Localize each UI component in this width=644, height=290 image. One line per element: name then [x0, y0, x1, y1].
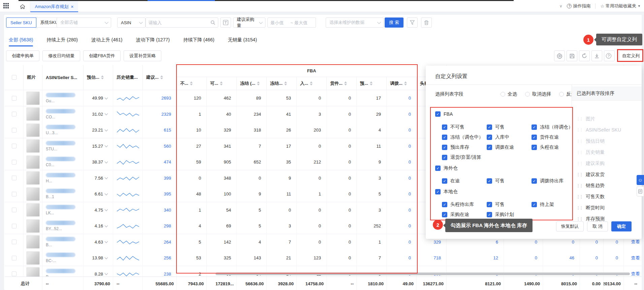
checked-checkbox[interactable]: ✓	[532, 178, 537, 184]
range-max-input[interactable]	[294, 20, 313, 25]
row-estimated-sales-cell[interactable]: 38.37	[84, 154, 113, 170]
row-extra-3[interactable]: 0	[580, 250, 604, 266]
view-tab-5[interactable]: 无销量 (3154)	[228, 32, 257, 48]
favorites-menu[interactable]: ☆ 常用功能收藏夹 ▼	[600, 3, 641, 9]
checked-checkbox[interactable]: ✓	[435, 111, 441, 117]
row-fba-7[interactable]: 0	[387, 250, 417, 266]
range-min-input[interactable]	[270, 20, 289, 25]
field-checkbox-退货/弃置/清算[interactable]: ✓退货/弃置/清算	[442, 154, 481, 160]
row-checkbox[interactable]	[12, 160, 17, 165]
row-estimated-sales-cell[interactable]: 4.16	[84, 218, 113, 234]
drag-handle-icon[interactable]: ⋮⋮	[576, 183, 582, 188]
checked-checkbox[interactable]: ✓	[487, 202, 492, 207]
checked-checkbox[interactable]: ✓	[442, 212, 447, 217]
checked-checkbox[interactable]: ✓	[487, 124, 492, 130]
cancel-button[interactable]: 取 消	[587, 221, 608, 231]
row-estimated-sales-cell[interactable]: 23.21	[84, 122, 113, 138]
row-fba-7[interactable]: 0	[387, 218, 417, 234]
view-tab-1[interactable]: 持续上升 (280)	[46, 32, 78, 48]
checked-checkbox[interactable]: ✓	[442, 178, 447, 184]
view-tab-2[interactable]: 波动上升 (461)	[91, 32, 123, 48]
row-fba-7[interactable]: 0	[387, 186, 417, 202]
field-checkbox-待上架[interactable]: ✓待上架	[532, 202, 554, 208]
checked-checkbox[interactable]: ✓	[442, 135, 447, 140]
row-estimated-sales-cell[interactable]: 15.27	[84, 138, 113, 154]
header-fba-4[interactable]: 入...	[297, 77, 327, 90]
toolbar-button-1[interactable]: 修改日均销量	[42, 50, 80, 61]
field-checkbox-可售[interactable]: ✓可售	[487, 124, 505, 130]
toolbar-button-0[interactable]: 创建申购单	[6, 50, 39, 61]
header-fba-1[interactable]: 可...	[207, 77, 237, 90]
row-checkbox[interactable]	[12, 192, 17, 196]
header-fba-3[interactable]: 冻结...	[267, 77, 297, 90]
header-fba-6[interactable]: 预...	[357, 77, 387, 90]
refresh-button[interactable]	[579, 50, 590, 61]
radio-1[interactable]: 取消选择	[525, 91, 551, 97]
search-field-select[interactable]: ASIN	[117, 17, 146, 28]
row-suggested-purchase-link[interactable]: 298	[143, 218, 177, 234]
row-suggested-purchase-link[interactable]: 395	[143, 186, 177, 202]
toolbar-button-3[interactable]: 设置补货策略	[124, 50, 161, 61]
row-head-transit-link[interactable]: 718	[417, 250, 447, 266]
checked-checkbox[interactable]: ✓	[435, 189, 441, 194]
checked-checkbox[interactable]: ✓	[442, 155, 447, 160]
row-estimated-sales-cell[interactable]: 31.02	[84, 106, 113, 122]
row-fba-7[interactable]: 0	[387, 234, 417, 250]
row-fba-7[interactable]: 0	[387, 138, 417, 154]
field-checkbox-不可售[interactable]: ✓不可售	[442, 124, 464, 130]
field-checkbox-冻结（调仓中）[interactable]: ✓冻结（调仓中）	[442, 134, 483, 140]
row-estimated-sales-cell[interactable]: 6.61	[84, 186, 113, 202]
row-extra-0[interactable]: 12	[447, 250, 504, 266]
unmaintained-select[interactable]: 选择未维护的数据	[326, 17, 384, 28]
row-estimated-sales-cell[interactable]: 7.56	[84, 170, 113, 186]
row-extra-4[interactable]: 0	[604, 250, 624, 266]
checked-checkbox[interactable]: ✓	[487, 145, 492, 150]
confirm-button[interactable]: 确定	[611, 221, 632, 231]
settings-button[interactable]	[554, 50, 565, 61]
checked-checkbox[interactable]: ✓	[532, 124, 537, 130]
row-checkbox[interactable]	[12, 208, 17, 212]
header-fba-0[interactable]: 不...	[177, 77, 207, 90]
row-view-link[interactable]: 查看	[624, 250, 642, 266]
customize-columns-button[interactable]: 自定义列	[619, 50, 643, 61]
drag-handle-icon[interactable]: ⋮⋮	[576, 206, 582, 210]
field-checkbox-调拨待出库[interactable]: ✓调拨待出库	[532, 178, 564, 184]
row-estimated-sales-cell[interactable]: 49.99	[84, 90, 113, 106]
row-estimated-sales-cell[interactable]: 4.63	[84, 234, 113, 250]
row-checkbox[interactable]	[12, 128, 17, 133]
checked-checkbox[interactable]: ✓	[442, 145, 447, 150]
row-checkbox[interactable]	[12, 176, 17, 180]
select-all-checkbox[interactable]	[12, 75, 17, 80]
row-suggested-purchase-link[interactable]: 560	[143, 138, 177, 154]
field-checkbox-采购计划[interactable]: ✓采购计划	[487, 212, 514, 218]
restore-default-button[interactable]: 恢复默认	[556, 221, 584, 231]
row-suggested-purchase-link[interactable]: 256	[143, 250, 177, 266]
app-grid-icon[interactable]	[3, 3, 9, 9]
checked-checkbox[interactable]: ✓	[532, 202, 537, 207]
view-tab-4[interactable]: 持续下降 (466)	[183, 32, 215, 48]
row-fba-7[interactable]: 0	[387, 90, 417, 106]
row-fba-7[interactable]: 0	[387, 122, 417, 138]
row-extra-2[interactable]: 46	[543, 250, 580, 266]
toolbar-button-2[interactable]: 创建FBA货件	[83, 50, 121, 61]
shop-select[interactable]: 全部店铺	[57, 17, 111, 28]
checked-checkbox[interactable]: ✓	[442, 202, 447, 207]
header-fba-2[interactable]: 冻结 (...	[237, 77, 267, 90]
field-checkbox-采购在途[interactable]: ✓采购在途	[442, 212, 469, 218]
row-estimated-sales-cell[interactable]: 4.75	[84, 202, 113, 218]
guide-link[interactable]: ? 操作指南	[567, 3, 590, 9]
row-checkbox[interactable]	[12, 256, 17, 260]
row-suggested-purchase-link[interactable]: 340	[143, 202, 177, 218]
row-suggested-purchase-link[interactable]: 2693	[143, 90, 177, 106]
help-button[interactable]: ?	[604, 50, 615, 61]
filter-button[interactable]	[407, 17, 418, 28]
row-suggested-purchase-link[interactable]: 399	[143, 170, 177, 186]
row-suggested-purchase-link[interactable]: 615	[143, 122, 177, 138]
checked-checkbox[interactable]: ✓	[442, 124, 447, 130]
checked-checkbox[interactable]: ✓	[487, 212, 492, 217]
drag-handle-icon[interactable]: ⋮⋮	[576, 172, 582, 177]
download-button[interactable]	[591, 50, 602, 61]
field-checkbox-预出库存[interactable]: ✓预出库存	[442, 144, 469, 150]
view-tab-0[interactable]: 全部 (5638)	[9, 32, 33, 48]
field-checkbox-头程在途[interactable]: ✓头程在途	[532, 144, 559, 150]
